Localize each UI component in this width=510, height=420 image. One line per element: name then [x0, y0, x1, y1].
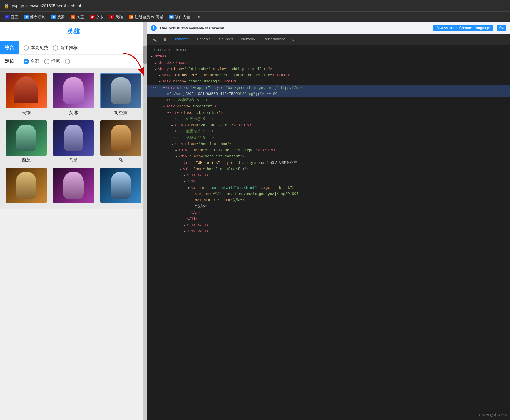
code-line-comment4[interactable]: <!-- 英雄介绍 S -->	[147, 135, 510, 141]
code-line-html[interactable]: <html>	[147, 54, 510, 60]
tab-performance[interactable]: Performance	[259, 34, 289, 44]
code-line-li-2[interactable]: <li>…</li>	[147, 222, 510, 229]
code-line-body[interactable]: <body class="old-header" style="padding-…	[147, 66, 510, 72]
hero-cell-yunying[interactable]: 云缨	[2, 71, 50, 118]
toggle-arrow[interactable]	[183, 222, 187, 229]
radio-tank[interactable]	[44, 59, 49, 64]
code-line-herolist-types[interactable]: <div class="clearfix herolist-types">…</…	[147, 147, 510, 154]
code-line-text-ailin[interactable]: "艾琳"	[147, 204, 510, 210]
bookmark-jd[interactable]: JD 京东	[88, 14, 106, 20]
toggle-arrow[interactable]	[170, 135, 174, 141]
toggle-arrow[interactable]	[178, 160, 183, 166]
bookmark-tianmao[interactable]: T 天猫	[107, 14, 125, 20]
hero-cell-sikongzhen[interactable]: 司空震	[97, 71, 145, 118]
option-newbie[interactable]: 新手推荐	[53, 45, 78, 51]
code-editor[interactable]: <!DOCTYPE html> <html> <head>…</head>	[147, 45, 510, 420]
toggle-arrow[interactable]	[183, 216, 187, 222]
bookmark-suning[interactable]: ⊕ 苏宁易购	[22, 14, 48, 20]
inspect-icon[interactable]	[150, 36, 159, 43]
radio-all[interactable]	[24, 59, 29, 64]
hero-cell-3-3[interactable]	[97, 165, 145, 207]
bookmark-software[interactable]: ⊕ 软件大全	[167, 14, 193, 20]
toggle-arrow[interactable]	[162, 104, 166, 110]
toggle-arrow[interactable]	[162, 85, 166, 91]
device-icon[interactable]	[159, 36, 168, 43]
code-line-comment1[interactable]: <!-- 内容区域1 S -->	[147, 97, 510, 104]
tab-network[interactable]: Network	[237, 34, 260, 44]
category-zonghe[interactable]: 综合	[0, 41, 19, 54]
more-tabs-icon[interactable]: »	[291, 36, 296, 43]
code-line-header-dialog[interactable]: <div class="header-dialog">…</div>	[147, 79, 510, 85]
url-bar[interactable]: pvp.qq.com/web201605/herolist.shtml	[12, 4, 81, 8]
code-line-doctype[interactable]: <!DOCTYPE html>	[147, 47, 510, 54]
bookmark-taobao[interactable]: 淘 淘宝	[68, 14, 86, 20]
hero-cell-ailin[interactable]: 艾琳	[50, 71, 97, 118]
code-line-a[interactable]: <a href="herodetail/155.shtml" target="_…	[147, 185, 510, 191]
radio-more[interactable]	[65, 59, 70, 64]
code-line-img-attrs[interactable]: height="91" alt="艾琳">	[147, 197, 510, 204]
radio-this-week[interactable]	[24, 45, 29, 51]
toggle-arrow[interactable]	[187, 210, 191, 216]
toggle-arrow[interactable]	[183, 229, 187, 235]
toggle-arrow[interactable]	[158, 72, 162, 79]
code-line-herolist-box[interactable]: <div class="herolist-box">	[147, 141, 510, 147]
match-language-button[interactable]: Always match Chrome's language	[433, 25, 493, 31]
toggle-arrow[interactable]	[170, 141, 174, 147]
option-tank[interactable]: 坦克	[44, 59, 60, 64]
category-dingwei[interactable]: 定位	[0, 55, 19, 68]
code-line-close-a[interactable]: </a>	[147, 210, 510, 216]
hero-cell-3-1[interactable]	[2, 165, 50, 207]
more-icon[interactable]: ···	[150, 85, 158, 91]
toggle-arrow[interactable]	[170, 129, 174, 135]
hero-cell-machao[interactable]: 马超	[50, 118, 97, 165]
bookmark-baidu[interactable]: 百 百度	[2, 14, 21, 20]
code-line-wrapper[interactable]: ··· <div class="wrapper" style="backgrou…	[147, 85, 510, 98]
code-line-img[interactable]: <img src="//game.gtimg.cn/images/yxzj/im…	[147, 191, 510, 197]
hero-cell-3-2[interactable]	[50, 165, 97, 207]
code-line-comment3[interactable]: <!-- 位置信息 E -->	[147, 129, 510, 135]
code-line-li-open[interactable]: <li>	[147, 179, 510, 185]
code-line-zk-con-box[interactable]: <div class="zk-con-box">	[147, 110, 510, 116]
code-line-li-1[interactable]: <li>…</li>	[147, 172, 510, 179]
toggle-arrow[interactable]	[154, 66, 158, 72]
bookmark-extra[interactable]: ⊕	[194, 14, 203, 20]
scroll-thumb[interactable]	[143, 46, 147, 64]
code-line-zk-con1[interactable]: <div class="zk-con1 zk-con">…</div>	[147, 122, 510, 129]
toggle-arrow[interactable]	[158, 79, 162, 85]
toggle-arrow[interactable]	[174, 147, 178, 154]
option-all[interactable]: 全部	[24, 59, 39, 64]
hero-cell-xishi[interactable]: 西施	[2, 118, 50, 165]
option-more[interactable]	[65, 59, 70, 64]
code-line-close-li[interactable]: </li>	[147, 216, 510, 222]
code-line-head[interactable]: <head>…</head>	[147, 60, 510, 66]
option-this-week[interactable]: 本周免费	[24, 45, 48, 51]
toggle-arrow[interactable]	[170, 122, 174, 129]
code-line-herolist-content[interactable]: <div class="herolist-content">	[147, 154, 510, 160]
radio-newbie[interactable]	[53, 45, 58, 51]
tab-elements[interactable]: Elements	[168, 34, 193, 44]
toggle-arrow[interactable]	[183, 179, 187, 185]
code-line-herolist[interactable]: <ul class="herolist clearfix">	[147, 166, 510, 172]
toggle-arrow[interactable]	[191, 197, 195, 204]
code-line-header[interactable]: <div id="header" class="header tganime-h…	[147, 72, 510, 79]
toggle-arrow[interactable]	[187, 185, 191, 191]
scrollbar[interactable]	[143, 22, 147, 420]
tab-sources[interactable]: Sources	[215, 34, 237, 44]
toggle-arrow[interactable]	[178, 166, 183, 172]
toggle-arrow[interactable]	[191, 191, 195, 197]
code-line-li-3[interactable]: <li>…</li>	[147, 229, 510, 235]
code-line-comment2[interactable]: <!-- 位置信息 S -->	[147, 116, 510, 122]
toggle-arrow[interactable]	[154, 60, 158, 66]
tab-console[interactable]: Console	[193, 34, 215, 44]
switch-button[interactable]: Sw	[497, 25, 506, 31]
bookmark-search[interactable]: ⊕ 搜索	[49, 14, 67, 20]
toggle-arrow[interactable]	[183, 172, 187, 179]
toggle-arrow[interactable]	[150, 47, 154, 54]
code-line-jerrotips[interactable]: <p id="JErroTips" style="display:none;">…	[147, 160, 510, 166]
toggle-arrow[interactable]	[162, 97, 166, 104]
code-line-zkcontent[interactable]: <div class="zkcontent">	[147, 104, 510, 110]
toggle-arrow[interactable]	[191, 204, 195, 210]
bookmark-58[interactable]: 58 注册会员-58同城	[126, 14, 165, 20]
toggle-arrow[interactable]	[150, 54, 154, 60]
toggle-arrow[interactable]	[170, 116, 174, 122]
